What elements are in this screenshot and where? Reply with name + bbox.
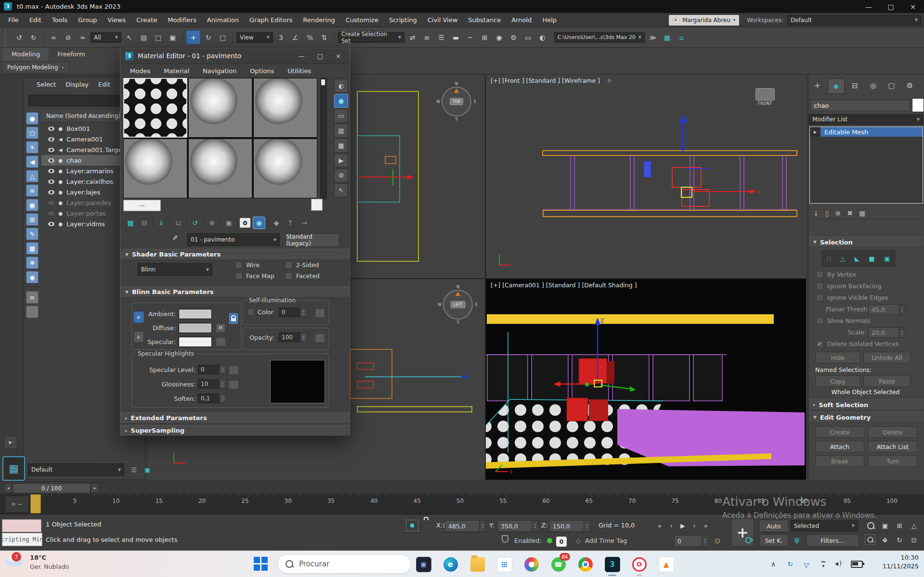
show-normals-checkbox[interactable]: Show Normals xyxy=(816,317,870,324)
user-account-button[interactable]: Margarida Abreu ▾ xyxy=(669,15,739,26)
paste-button[interactable]: Paste xyxy=(863,375,911,387)
backlight-icon[interactable]: ● xyxy=(334,94,348,108)
material-sample-slot[interactable] xyxy=(188,78,252,138)
filter-xrefs-icon[interactable]: ⊞ xyxy=(26,213,39,226)
material-sample-slot[interactable] xyxy=(188,139,252,198)
next-frame-arrow[interactable]: ▸ xyxy=(91,483,99,493)
face-icon[interactable]: ◣ xyxy=(855,255,859,262)
snaps-toggle-icon[interactable]: 3 xyxy=(274,31,287,44)
separator[interactable] xyxy=(220,218,221,227)
taskbar-app-whatsapp[interactable]: ☎ 84 xyxy=(550,556,567,573)
track-bar[interactable]: ≡~ 0510152025303540455055606570758085909… xyxy=(0,494,924,514)
make-unique-icon[interactable]: ⊗ xyxy=(206,217,218,229)
go-forward-to-sibling-icon[interactable]: → xyxy=(299,217,310,229)
shader-option-checkbox[interactable]: Wire xyxy=(235,261,285,269)
select-by-material-icon[interactable]: ↖ xyxy=(334,183,348,197)
taskbar-clock[interactable]: 10:30 11/11/2025 xyxy=(876,554,919,570)
animation-layer-button[interactable]: 0 xyxy=(556,537,567,547)
taskbar-app-opera[interactable]: O xyxy=(631,556,648,573)
material-sample-slot[interactable] xyxy=(253,78,317,138)
visibility-eye-icon[interactable] xyxy=(48,169,54,173)
filter-containers-icon[interactable]: ▦ xyxy=(26,242,39,255)
copy-button[interactable]: Copy xyxy=(815,375,860,387)
blinn-basic-parameters-header[interactable]: ▼Blinn Basic Parameters xyxy=(120,286,350,297)
assign-material-to-selection-icon[interactable]: ⇓ xyxy=(156,217,167,229)
menu-item[interactable]: Customize xyxy=(340,13,384,27)
sample-slots-scrollbar[interactable] xyxy=(320,78,327,199)
visibility-eye-icon[interactable] xyxy=(48,158,54,163)
menu-item[interactable]: Group xyxy=(73,13,103,27)
filter-cameras-icon[interactable]: ◀ xyxy=(26,155,39,168)
maxscript-mini-listener[interactable]: Scripting Mini xyxy=(2,533,42,546)
close-button[interactable]: × xyxy=(902,0,924,13)
rectangular-selection-region-icon[interactable]: □ xyxy=(152,31,165,44)
specular-color-swatch[interactable] xyxy=(179,337,212,347)
select-and-link-icon[interactable]: ∞ xyxy=(47,31,60,44)
taskbar-app-photos[interactable] xyxy=(523,556,540,573)
workspace-home-icon[interactable]: ⌂ xyxy=(675,31,688,44)
visibility-eye-icon[interactable] xyxy=(48,211,54,216)
maximize-button[interactable]: □ xyxy=(880,0,902,13)
pan-icon[interactable]: ↔↕ xyxy=(879,534,891,546)
taskbar-app-chrome[interactable] xyxy=(577,556,594,573)
menu-item[interactable]: Edit xyxy=(24,13,47,27)
ribbon-tab[interactable]: Modeling xyxy=(3,48,49,61)
edit-geometry-button[interactable]: Break xyxy=(815,455,864,467)
show-end-result-stack-icon[interactable]: ▯ xyxy=(825,209,829,217)
show-end-result-icon[interactable]: ◆ xyxy=(271,217,282,229)
filter-shapes-icon[interactable]: ◻ xyxy=(26,127,39,139)
material-sample-slot-pavimento[interactable] xyxy=(123,78,187,138)
visibility-eye-icon[interactable] xyxy=(48,148,54,152)
select-and-move-icon[interactable]: + xyxy=(186,30,200,44)
edit-geometry-button[interactable]: Turn xyxy=(868,455,917,467)
filter-hidden-icon[interactable]: ◉ xyxy=(26,271,39,283)
supersampling-header[interactable]: ▸SuperSampling xyxy=(120,425,350,436)
front-view-gizmo[interactable]: FRONT xyxy=(755,88,775,106)
slot-drag-chip[interactable]: — xyxy=(123,200,161,211)
camera-viewport[interactable]: [+] [Camera001 ] [Standard ] [Default Sh… xyxy=(486,279,806,480)
taskbar-app-explorer[interactable] xyxy=(469,556,486,573)
mirror-icon[interactable]: ⇄ xyxy=(406,31,419,44)
edit-geometry-button[interactable]: Delete xyxy=(868,426,917,438)
menu-item[interactable]: Civil View xyxy=(422,13,463,27)
planar-thresh-spinner[interactable]: 45,0▴▾ xyxy=(868,304,906,315)
angle-snap-icon[interactable]: ∠ xyxy=(289,31,302,44)
filter-groups-icon[interactable]: ▣ xyxy=(26,199,39,211)
weather-temperature[interactable]: 18°C xyxy=(30,554,46,561)
menu-item[interactable]: Create xyxy=(131,13,162,27)
current-frame-spinner[interactable]: 0▴▾ xyxy=(674,535,709,547)
filter-blank-icon[interactable] xyxy=(26,306,39,318)
filter-frozen-icon[interactable]: ❄ xyxy=(26,256,39,269)
align-icon[interactable]: ≡ xyxy=(420,31,433,44)
add-time-tag-button[interactable]: Add Time Tag xyxy=(585,537,627,544)
material-sample-slot[interactable] xyxy=(253,139,317,198)
pick-material-eyedropper-icon[interactable]: ✎ xyxy=(171,235,179,241)
reference-coordinate-dropdown[interactable]: View▼ xyxy=(236,32,273,43)
edit-geometry-rollout-header[interactable]: ▼Edit Geometry xyxy=(809,412,924,423)
material-editor-maximize-button[interactable]: □ xyxy=(317,52,323,60)
play-icon[interactable]: ▶ xyxy=(677,520,689,531)
zoom-extents-icon[interactable]: ▣ xyxy=(879,520,891,531)
schematic-view-icon[interactable]: ⊞ xyxy=(478,31,491,44)
material-editor-menu-item[interactable]: Material xyxy=(164,67,189,75)
filter-lights-icon[interactable]: ☀ xyxy=(26,141,39,154)
taskbar-app-store[interactable]: ⊞ xyxy=(496,556,513,573)
material-editor-icon[interactable]: ◉ xyxy=(493,31,506,44)
video-color-check-icon[interactable]: ▦ xyxy=(334,139,348,153)
get-material-icon[interactable]: ▩ xyxy=(125,217,136,229)
set-key-button[interactable]: Set K. xyxy=(759,534,789,547)
remove-modifier-icon[interactable]: ✖ xyxy=(847,209,853,217)
glossiness-map-button[interactable] xyxy=(229,380,239,389)
tray-location-icon[interactable]: ▷ xyxy=(801,558,813,570)
material-options-icon[interactable]: ⚙ xyxy=(334,168,348,182)
tab-hierarchy[interactable]: ⊟ xyxy=(847,78,863,93)
explorer-menu-item[interactable]: Edit xyxy=(94,80,114,89)
window-crossing-icon[interactable]: ▣ xyxy=(166,31,179,44)
toolbar-drag-handle[interactable] xyxy=(5,29,8,46)
visibility-eye-icon[interactable] xyxy=(48,180,54,184)
unhide-all-button[interactable]: Unhide All xyxy=(863,352,911,363)
self-illumination-map-button[interactable] xyxy=(315,308,325,318)
select-by-name-icon[interactable]: ▤ xyxy=(137,31,150,44)
material-sample-slot[interactable] xyxy=(123,139,187,198)
explorer-menu-item[interactable]: Select xyxy=(33,80,60,89)
